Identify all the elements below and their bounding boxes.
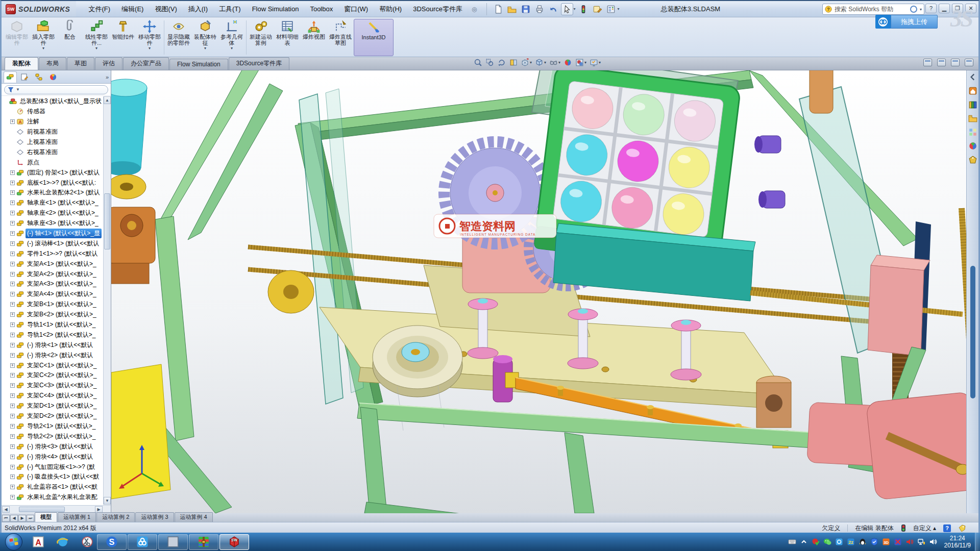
tree-item-label[interactable]: (-) 轴<1> (默认<<默认>_显 [26, 229, 102, 238]
tree-item-label[interactable]: (-) 滑块<3> (默认<<默认 [26, 442, 94, 452]
tree-item[interactable]: +水果礼盒装配体2<1> (默认 [2, 188, 111, 198]
bottom-tab-2[interactable]: 运动算例 2 [96, 512, 135, 522]
tree-item[interactable]: +轴承座<2> (默认<<默认>_ [2, 208, 111, 218]
search-icon[interactable] [910, 6, 917, 13]
tree-item-label[interactable]: 支架C<4> (默认<<默认>_ [26, 391, 98, 400]
tree-item[interactable]: +A注解 [2, 117, 111, 127]
tree-item[interactable]: +支架B<2> (默认<<默认>_ [2, 310, 111, 320]
taskbar-winrar-icon[interactable] [189, 534, 218, 550]
insert-component-button[interactable]: 插入零部件▾ [30, 19, 57, 56]
expand-plus-icon[interactable]: + [10, 373, 15, 378]
expand-plus-icon[interactable]: + [10, 383, 15, 388]
tree-item-label[interactable]: 支架B<1> (默认<<默认>_ [26, 299, 98, 309]
expand-plus-icon[interactable]: + [10, 444, 15, 449]
new-document-icon[interactable] [492, 3, 504, 15]
taskbar-file-explorer-icon[interactable] [158, 534, 188, 550]
tree-item-label[interactable]: 原点 [26, 158, 41, 167]
status-custom[interactable]: 自定义 ▴ [913, 524, 936, 533]
tab-2[interactable]: 草图 [67, 57, 94, 70]
search-box[interactable]: ? 搜索 SolidWorks 帮助 ▾ [822, 4, 924, 15]
expand-plus-icon[interactable]: + [10, 414, 15, 418]
pink-cube-right[interactable] [868, 255, 930, 356]
expand-plus-icon[interactable]: + [10, 333, 15, 337]
minimize-button[interactable]: ▁ [939, 4, 950, 13]
menu-edit[interactable]: 编辑(E) [116, 3, 149, 16]
menu-toolbox[interactable]: Toolbox [305, 3, 338, 15]
tree-item[interactable]: 原点 [2, 157, 111, 167]
tab-featuremanager[interactable] [4, 71, 17, 83]
tree-item[interactable]: +支架A<1> (默认<<默认>_ [2, 259, 111, 269]
expand-plus-icon[interactable]: + [10, 190, 15, 195]
view-orientation-icon[interactable]: ▾ [521, 58, 532, 67]
tree-item[interactable]: +(-) 滚动棒<1> (默认<<默认 [2, 238, 111, 248]
menu-window[interactable]: 窗口(W) [339, 3, 373, 16]
expand-plus-icon[interactable]: + [10, 343, 15, 347]
expand-plus-icon[interactable]: + [10, 465, 15, 469]
tree-item[interactable]: +水果礼盒盖^水果礼盒装配 [2, 492, 111, 503]
cascade-windows-icon[interactable] [937, 59, 946, 66]
last-tab-icon[interactable]: ⏭ [27, 515, 34, 522]
tab-4[interactable]: 办公室产品 [123, 57, 169, 70]
file-explorer-icon[interactable] [968, 114, 977, 123]
tree-item[interactable]: +(-) 轴<1> (默认<<默认>_显 [2, 229, 111, 239]
tan-cylinder-top-right[interactable] [810, 70, 833, 113]
show-desktop-button[interactable] [975, 533, 980, 551]
tree-item[interactable]: +支架C<1> (默认<<默认>_ [2, 360, 111, 370]
tree-item-label[interactable]: 轴承座<3> (默认<<默认>_ [26, 218, 100, 228]
tree-item[interactable]: 上视基准面 [2, 137, 111, 147]
tree-vertical-scrollbar[interactable]: ▲ ▼ [103, 96, 111, 505]
new-motion-study-button[interactable]: 新建运动算例 [248, 19, 274, 56]
tree-item-label[interactable]: 注解 [26, 117, 41, 127]
task-pane-scrollbar[interactable] [970, 266, 975, 398]
tree-item[interactable]: +支架A<4> (默认<<默认>_ [2, 289, 111, 299]
tray-expand-arrow-icon[interactable] [800, 538, 808, 546]
scroll-down-icon[interactable]: ▼ [104, 497, 111, 505]
tree-item[interactable]: +轴承座<1> (默认<<默认>_ [2, 198, 111, 208]
design-library-icon[interactable] [968, 100, 977, 109]
expand-plus-icon[interactable]: + [10, 272, 15, 277]
taskbar-clock[interactable]: 21:24 2016/11/9 [940, 535, 975, 549]
explode-line-sketch-button[interactable]: 爆炸直线草图 [327, 19, 354, 56]
custom-properties-icon[interactable] [968, 155, 977, 164]
menu-flow-simulation[interactable]: Flow Simulation [247, 3, 304, 15]
taskbar-screenshot-tool-icon[interactable] [79, 534, 96, 549]
tree-item[interactable]: +支架B<1> (默认<<默认>_ [2, 299, 111, 310]
tray-network-icon[interactable] [917, 538, 925, 546]
tray-qq-icon[interactable] [859, 538, 867, 546]
tree-item[interactable]: +导轨2<1> (默认<<默认>_ [2, 421, 111, 432]
bill-of-materials-button[interactable]: 材料明细表 [274, 19, 301, 56]
hide-show-items-icon[interactable]: ▾ [549, 58, 560, 67]
tree-item[interactable]: +轴承座<3> (默认<<默认>_ [2, 218, 111, 229]
menu-file[interactable]: 文件(F) [83, 3, 115, 16]
tree-item-label[interactable]: 导轨2<1> (默认<<默认>_ [26, 421, 97, 431]
expand-plus-icon[interactable]: + [10, 485, 15, 489]
expand-plus-icon[interactable]: + [10, 302, 15, 307]
tree-item[interactable]: +底板<1>->? (默认<<默认: [2, 178, 111, 188]
expand-plus-icon[interactable]: + [10, 363, 15, 368]
yellow-plate-part[interactable] [111, 364, 170, 499]
tree-item-label[interactable]: 零件1<1>->? (默认<<默认 [26, 249, 99, 259]
tab-5[interactable]: Flow Simulation [169, 59, 228, 70]
tree-item-label[interactable]: 支架C<1> (默认<<默认>_ [26, 361, 98, 370]
menu-help[interactable]: 帮助(H) [374, 3, 407, 16]
tree-item[interactable]: 前视基准面 [2, 127, 111, 137]
dropdown-arrow-icon[interactable]: ▾ [231, 46, 233, 51]
tab-displaymanager[interactable] [46, 71, 60, 83]
tree-item-label[interactable]: 支架C<3> (默认<<默认>_ [26, 381, 98, 390]
bottom-tab-3[interactable]: 运动算例 3 [135, 512, 174, 522]
tree-item[interactable]: +零件1<1>->? (默认<<默认 [2, 248, 111, 259]
expand-plus-icon[interactable]: + [10, 312, 15, 317]
expand-plus-icon[interactable]: + [10, 252, 15, 256]
fruit-balls[interactable] [558, 86, 718, 237]
tree-item[interactable]: 总装配体3 (默认<默认_显示状 [2, 96, 111, 107]
tree-item-label[interactable]: 支架A<3> (默认<<默认>_ [26, 279, 98, 289]
pin-icon[interactable]: ◎ [472, 6, 477, 13]
scrollbar-thumb[interactable] [104, 193, 110, 249]
smart-fasteners-button[interactable]: 智能扣件 [110, 19, 136, 56]
undo-icon[interactable] [547, 3, 559, 15]
tree-item[interactable]: +支架C<4> (默认<<默认>_ [2, 391, 111, 401]
tag-icon[interactable] [958, 524, 966, 532]
search-input[interactable]: 搜索 SolidWorks 帮助 [835, 5, 908, 14]
tray-qq-music-icon[interactable]: 2z [847, 538, 855, 546]
filter-dropdown-arrow[interactable]: ▼ [16, 87, 20, 92]
